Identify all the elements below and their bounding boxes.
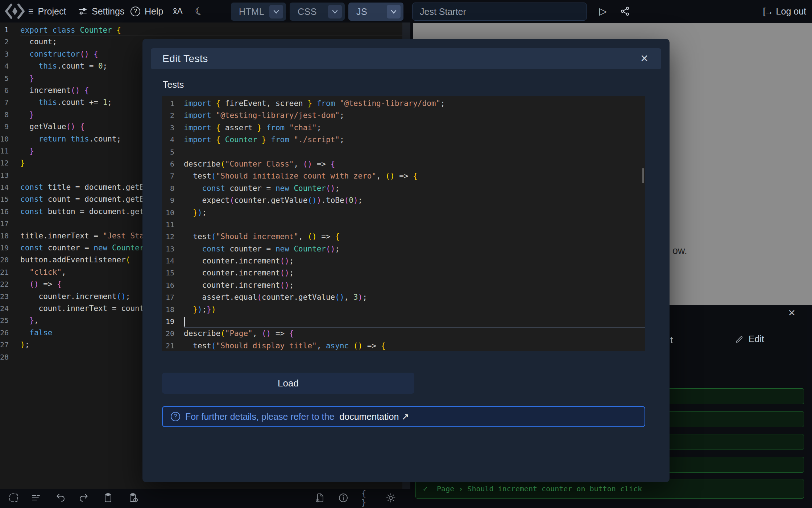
notice-text: For further details, please refer to the xyxy=(185,411,334,422)
code-line: 12 test("Should increment", () => { xyxy=(162,231,645,243)
code-line: 16 counter.increment(); xyxy=(162,279,645,291)
external-link-icon: ↗ xyxy=(401,411,409,422)
edit-tests-label: Edit xyxy=(749,334,764,344)
test-result-text: Page › Should increment counter on butto… xyxy=(437,484,642,493)
tests-code-editor[interactable]: 1import { fireEvent, screen } from "@tes… xyxy=(162,96,645,351)
code-line: 8 const counter = new Counter(); xyxy=(162,183,645,194)
documentation-notice: ? For further details, please refer to t… xyxy=(162,406,645,427)
close-icon[interactable]: × xyxy=(641,51,648,66)
settings-menu-label: Settings xyxy=(92,6,124,17)
results-title-fragment: t xyxy=(670,335,673,346)
edit-tests-modal: Edit Tests × Tests 1import { fireEvent, … xyxy=(142,39,670,482)
format-lines-icon[interactable] xyxy=(30,492,42,504)
copy-clipboard-icon[interactable] xyxy=(102,492,114,504)
info-icon[interactable] xyxy=(337,492,349,504)
logout-label: Log out xyxy=(776,6,806,17)
project-menu-label: Project xyxy=(38,6,66,17)
share-icon xyxy=(620,6,630,16)
theme-toggle[interactable]: ☾ xyxy=(195,0,204,22)
code-line: 3import { assert } from "chai"; xyxy=(162,122,645,134)
tests-section-label: Tests xyxy=(163,79,184,90)
modal-header: Edit Tests × xyxy=(151,48,661,69)
code-line: 15 counter.increment(); xyxy=(162,267,645,279)
pencil-icon xyxy=(735,335,744,344)
html-editor-label: HTML xyxy=(239,7,264,17)
top-bar: ≡ Project Settings ? Help x̄A ☾ HTML CSS… xyxy=(0,0,812,22)
code-line: 20describe("Page", () => { xyxy=(162,328,645,340)
code-line: 17 assert.equal(counter.getValue(), 3); xyxy=(162,291,645,303)
code-line: 21 test("Should display title", async ()… xyxy=(162,340,645,351)
code-line: 1import { fireEvent, screen } from "@tes… xyxy=(162,98,645,110)
load-button-label: Load xyxy=(278,378,299,389)
paste-clipboard-icon[interactable] xyxy=(128,492,139,504)
braces-icon[interactable]: { } xyxy=(361,492,373,504)
code-line: 18 });}) xyxy=(162,304,645,316)
code-line: 10 }); xyxy=(162,207,645,219)
chevron-down-icon[interactable] xyxy=(328,5,342,19)
help-menu[interactable]: ? Help xyxy=(130,0,163,22)
edit-tests-button[interactable]: Edit xyxy=(735,334,764,344)
sliders-icon xyxy=(78,7,87,16)
logout-icon: [→ xyxy=(763,6,772,17)
css-editor-select[interactable]: CSS xyxy=(290,3,345,21)
code-line: 13 const counter = new Counter(); xyxy=(162,243,645,255)
logout-button[interactable]: [→ Log out xyxy=(763,0,806,22)
close-icon[interactable]: × xyxy=(788,306,795,320)
moon-icon: ☾ xyxy=(194,4,206,18)
preview-text-fragment: ow. xyxy=(672,245,687,257)
help-icon: ? xyxy=(130,7,140,16)
code-line: 1export class Counter { xyxy=(0,24,410,36)
chevron-down-icon[interactable] xyxy=(387,5,401,19)
translate-button[interactable]: x̄A xyxy=(173,0,183,22)
js-editor-select[interactable]: JS xyxy=(348,3,403,21)
code-line: 14 counter.increment(); xyxy=(162,255,645,267)
project-name-input[interactable] xyxy=(412,3,587,21)
documentation-link[interactable]: documentation ↗ xyxy=(339,411,409,422)
html-editor-select[interactable]: HTML xyxy=(231,3,286,21)
css-editor-label: CSS xyxy=(298,7,317,17)
code-line: 19 xyxy=(162,316,645,328)
code-line: 6describe("Counter Class", () => { xyxy=(162,158,645,170)
code-line: 4import { Counter } from "./script"; xyxy=(162,134,645,146)
code-line: 5 xyxy=(162,146,645,158)
run-button[interactable]: ▷ xyxy=(599,0,607,22)
share-button[interactable] xyxy=(620,0,630,22)
code-line: 9 expect(counter.getValue()).toBe(0); xyxy=(162,194,645,206)
project-menu[interactable]: ≡ Project xyxy=(28,0,66,22)
redo-icon[interactable] xyxy=(78,492,90,504)
code-line: 7 test("Should initialize count with zer… xyxy=(162,170,645,182)
load-button[interactable]: Load xyxy=(162,373,414,394)
chevron-down-icon[interactable] xyxy=(269,5,283,19)
app-logo-icon xyxy=(4,3,26,20)
check-icon: ✓ xyxy=(423,484,427,493)
gear-icon[interactable] xyxy=(385,492,397,504)
select-all-icon[interactable] xyxy=(8,492,20,504)
code-line: 11 xyxy=(162,219,645,231)
code-line: 2import "@testing-library/jest-dom"; xyxy=(162,110,645,122)
play-icon: ▷ xyxy=(599,5,607,17)
file-link-icon[interactable] xyxy=(314,492,326,504)
modal-title: Edit Tests xyxy=(162,53,208,65)
settings-menu[interactable]: Settings xyxy=(78,0,124,22)
menu-icon: ≡ xyxy=(28,6,34,17)
undo-icon[interactable] xyxy=(55,492,66,504)
translate-icon: x̄A xyxy=(173,7,183,16)
help-circle-icon: ? xyxy=(171,412,180,421)
help-menu-label: Help xyxy=(145,6,163,17)
js-editor-label: JS xyxy=(356,7,367,17)
documentation-link-label: documentation xyxy=(339,411,399,422)
